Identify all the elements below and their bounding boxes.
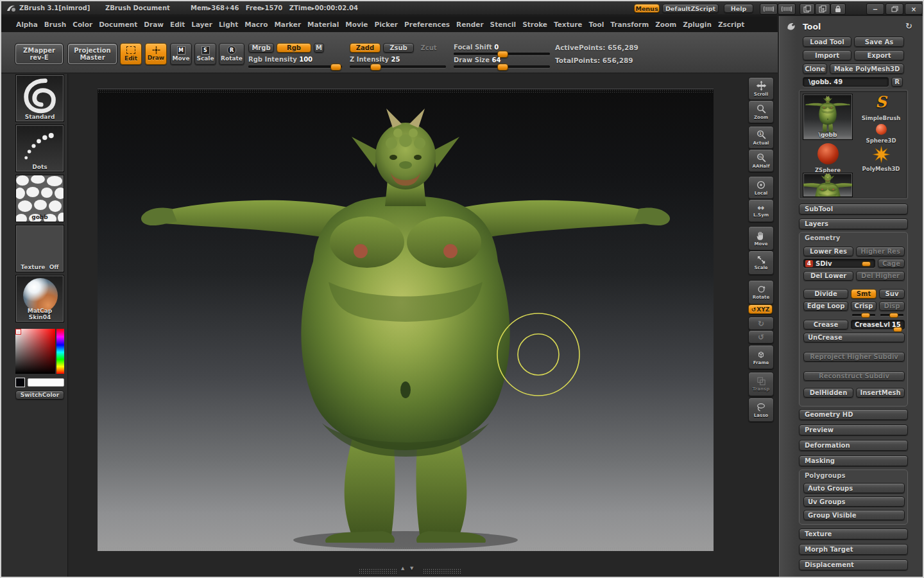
delhidden-button[interactable]: DelHidden bbox=[803, 388, 853, 398]
active-tool-thumb[interactable]: \gobb bbox=[803, 94, 853, 140]
sdiv-slider-nub[interactable] bbox=[862, 261, 871, 267]
copy-document-icon[interactable] bbox=[800, 3, 815, 15]
restore-button[interactable] bbox=[886, 3, 903, 15]
menu-texture[interactable]: Texture bbox=[551, 21, 585, 28]
draw-size-slider[interactable] bbox=[454, 66, 550, 68]
frame-button[interactable]: Frame bbox=[748, 345, 774, 369]
tablet-slider-icon-2[interactable] bbox=[778, 3, 796, 15]
transp-button[interactable]: Transp bbox=[748, 372, 774, 396]
higher-res-button[interactable]: Higher Res bbox=[856, 247, 905, 256]
zcut-button[interactable]: Zcut bbox=[417, 43, 440, 53]
projection-master-button[interactable]: Projection Master bbox=[68, 44, 117, 64]
uv-groups-button[interactable]: Uv Groups bbox=[803, 496, 905, 507]
morph-target-section[interactable]: Morph Target bbox=[799, 544, 908, 555]
menu-stroke[interactable]: Stroke bbox=[519, 21, 551, 28]
menu-edit[interactable]: Edit bbox=[167, 21, 188, 28]
current-alpha-thumb[interactable]: gobb bbox=[15, 175, 64, 222]
help-button[interactable]: Help bbox=[724, 4, 753, 13]
group-visible-button[interactable]: Group Visible bbox=[803, 510, 905, 520]
reconstruct-subdiv-button[interactable]: Reconstruct Subdiv bbox=[803, 371, 905, 381]
export-button[interactable]: Export bbox=[854, 50, 904, 60]
scroll-up-arrow-icon[interactable]: ▲ bbox=[401, 566, 404, 571]
preview-section[interactable]: Preview bbox=[799, 425, 908, 435]
texture-section[interactable]: Texture bbox=[799, 529, 908, 539]
lasso-button[interactable]: Lasso bbox=[748, 398, 774, 422]
clone-button[interactable]: Clone bbox=[803, 64, 827, 74]
uncrease-button[interactable]: UnCrease bbox=[803, 333, 905, 342]
main-color-swatch[interactable] bbox=[28, 378, 64, 387]
deformation-section[interactable]: Deformation bbox=[799, 440, 908, 451]
menu-material[interactable]: Material bbox=[304, 21, 342, 28]
layers-section[interactable]: Layers bbox=[799, 218, 908, 229]
aahalf-button[interactable]: ½ AAHalf bbox=[748, 149, 774, 172]
sdiv-slider[interactable]: 4 SDiv bbox=[803, 259, 875, 268]
tablet-slider-icon-1[interactable] bbox=[760, 3, 778, 15]
menus-button[interactable]: Menus bbox=[634, 4, 660, 13]
masking-section[interactable]: Masking bbox=[799, 455, 908, 466]
secondary-color-swatch[interactable] bbox=[15, 378, 25, 387]
cage-button[interactable]: Cage bbox=[878, 259, 905, 268]
menu-document[interactable]: Document bbox=[96, 21, 141, 28]
reproject-higher-subdiv-button[interactable]: Reproject Higher Subdiv bbox=[803, 352, 905, 362]
sphere3d-tool[interactable]: Sphere3D bbox=[856, 124, 906, 148]
z-axis-button[interactable]: ↺ bbox=[748, 330, 774, 344]
del-higher-button[interactable]: Del Higher bbox=[856, 271, 905, 281]
focal-shift-slider[interactable] bbox=[454, 53, 550, 55]
menu-marker[interactable]: Marker bbox=[271, 21, 304, 28]
menu-brush[interactable]: Brush bbox=[41, 21, 69, 28]
load-tool-button[interactable]: Load Tool bbox=[803, 37, 851, 47]
subtool-section[interactable]: SubTool bbox=[799, 204, 908, 215]
import-button[interactable]: Import bbox=[803, 50, 851, 60]
polygroups-section-title[interactable]: Polygroups bbox=[805, 472, 845, 479]
paste-document-icon[interactable] bbox=[815, 3, 830, 15]
menu-preferences[interactable]: Preferences bbox=[401, 21, 453, 28]
menu-transform[interactable]: Transform bbox=[607, 21, 652, 28]
del-lower-button[interactable]: Del Lower bbox=[803, 271, 853, 281]
auto-groups-button[interactable]: Auto Groups bbox=[803, 483, 905, 493]
move-button[interactable]: M Move bbox=[170, 43, 192, 65]
move-shelf-button[interactable]: Move bbox=[748, 226, 774, 250]
current-tool-name[interactable]: \gobb. 49 bbox=[803, 77, 889, 87]
rgb-intensity-slider[interactable] bbox=[248, 66, 342, 68]
menu-draw[interactable]: Draw bbox=[141, 21, 167, 28]
menu-alpha[interactable]: Alpha bbox=[13, 21, 41, 28]
rgb-intensity-slider-nub[interactable] bbox=[330, 64, 341, 71]
divide-button[interactable]: Divide bbox=[803, 289, 848, 299]
menu-zscript[interactable]: Zscript bbox=[715, 21, 748, 28]
edge-loop-button[interactable]: Edge Loop bbox=[803, 301, 848, 311]
crease-button[interactable]: Crease bbox=[803, 320, 848, 329]
minimize-button[interactable]: − bbox=[866, 3, 884, 15]
horizontal-scrollbar[interactable]: ▲ ▼ bbox=[359, 568, 461, 574]
rotate-button[interactable]: R Rotate bbox=[219, 43, 244, 65]
mrgb-button[interactable]: Mrgb bbox=[248, 43, 274, 53]
model-viewport[interactable] bbox=[98, 89, 714, 552]
y-axis-button[interactable]: ↻ bbox=[748, 317, 774, 330]
draw-size-slider-nub[interactable] bbox=[497, 64, 508, 71]
draw-button[interactable]: Draw bbox=[145, 43, 167, 65]
save-as-button[interactable]: Save As bbox=[854, 37, 904, 47]
current-stroke-thumb[interactable]: Dots bbox=[15, 125, 64, 172]
xyz-button[interactable]: ↺ XYZ bbox=[748, 304, 773, 314]
menu-stencil[interactable]: Stencil bbox=[487, 21, 520, 28]
make-polymesh3d-button[interactable]: Make PolyMesh3D bbox=[830, 64, 904, 74]
menu-layer[interactable]: Layer bbox=[188, 21, 216, 28]
zsub-button[interactable]: Zsub bbox=[383, 43, 414, 53]
scale-shelf-button[interactable]: Scale bbox=[748, 250, 774, 275]
recent-tool-thumb[interactable] bbox=[803, 173, 853, 197]
saturation-value-square[interactable] bbox=[15, 329, 55, 374]
insertmesh-button[interactable]: InsertMesh bbox=[856, 388, 905, 398]
close-button[interactable]: × bbox=[905, 3, 923, 15]
document-canvas[interactable] bbox=[98, 89, 714, 551]
rgb-button[interactable]: Rgb bbox=[277, 43, 311, 53]
z-intensity-slider[interactable] bbox=[350, 66, 446, 68]
color-selector-marker[interactable] bbox=[16, 329, 21, 334]
disp-button[interactable]: Disp bbox=[879, 301, 905, 311]
menu-zplugin[interactable]: Zplugin bbox=[680, 21, 715, 28]
menu-light[interactable]: Light bbox=[216, 21, 241, 28]
disp-slider[interactable] bbox=[880, 314, 903, 316]
menu-zoom[interactable]: Zoom bbox=[652, 21, 680, 28]
scale-button[interactable]: S Scale bbox=[194, 43, 216, 65]
smt-button[interactable]: Smt bbox=[851, 289, 877, 299]
goblin-model[interactable] bbox=[141, 109, 670, 549]
menu-movie[interactable]: Movie bbox=[342, 21, 371, 28]
